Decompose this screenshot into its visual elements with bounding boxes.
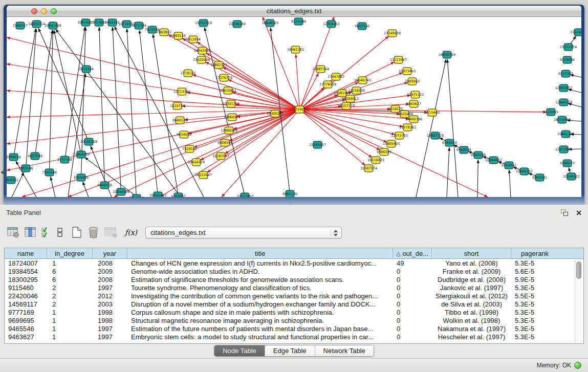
graph-node[interactable]: 16153447 <box>195 171 212 179</box>
window-titlebar[interactable]: citations_edges.txt <box>7 6 581 17</box>
table-cell[interactable]: 0 <box>393 324 432 333</box>
graph-node[interactable]: 9245052 <box>502 162 516 169</box>
table-cell[interactable]: 2 <box>47 283 93 292</box>
scrollbar-thumb[interactable] <box>576 261 581 279</box>
table-cell[interactable]: Estimation of the future numbers of pati… <box>127 324 393 333</box>
graph-node[interactable]: 16592432 <box>149 192 166 197</box>
delete-entry-icon[interactable] <box>88 226 99 238</box>
table-cell[interactable]: 5.3E-5 <box>511 259 558 267</box>
graph-node[interactable]: 16210643 <box>554 116 571 123</box>
table-cell[interactable]: Hescheler et al. (1997) <box>432 333 511 341</box>
table-cell[interactable]: 18300295 <box>5 275 47 283</box>
graph-node[interactable]: 2340557 <box>13 22 28 29</box>
graph-node[interactable]: 12975115 <box>407 91 424 98</box>
table-cell[interactable]: Embryonic stem cells: a model to study s… <box>127 333 393 341</box>
table-settings-icon[interactable] <box>7 227 19 238</box>
table-cell[interactable]: 9699695 <box>5 316 47 324</box>
tab-network-table[interactable]: Network Table <box>315 345 374 356</box>
graph-node[interactable]: 9643508 <box>471 151 486 159</box>
table-cell[interactable]: 1 <box>47 259 93 267</box>
table-cell[interactable]: Tibbo et al. (1998) <box>432 308 511 316</box>
table-cell[interactable]: 0 <box>393 316 432 324</box>
panel-collapse-arrow-icon[interactable] <box>1 170 4 174</box>
table-cell[interactable]: 9465546 <box>5 324 47 333</box>
table-row[interactable]: 946362711997Embryonic stem cells: a mode… <box>5 333 583 341</box>
graph-node[interactable]: 10944562 <box>485 157 502 164</box>
graph-node[interactable]: 10441328 <box>557 130 574 138</box>
graph-node[interactable]: 10973493 <box>399 68 416 75</box>
graph-node[interactable]: 22420046 <box>193 56 210 63</box>
graph-node[interactable]: 1810754 <box>170 102 185 110</box>
graph-node[interactable]: 9463627 <box>406 100 421 107</box>
graph-node[interactable]: 15723318 <box>195 19 212 27</box>
table-cell[interactable]: 2008 <box>93 259 127 267</box>
graph-node[interactable]: 9760852 <box>171 193 186 197</box>
graph-node[interactable]: 8990852 <box>7 177 18 184</box>
graph-node[interactable]: 17248838 <box>384 30 401 37</box>
table-cell[interactable]: 1 <box>47 316 93 324</box>
graph-node[interactable]: 17447842 <box>328 73 344 80</box>
graph-node[interactable]: 9960124 <box>171 32 186 39</box>
table-cell[interactable]: Yano et al. (2008) <box>432 259 511 267</box>
table-cell[interactable]: 2012 <box>93 292 127 300</box>
graph-node[interactable]: 12444129 <box>555 99 572 106</box>
table-cell[interactable]: 5.5E-5 <box>511 292 558 300</box>
table-cell[interactable]: 5.3E-5 <box>511 300 558 308</box>
table-cell[interactable]: Wolkin et al. (1998) <box>432 316 511 324</box>
column-header-pagerank[interactable]: pagerank <box>511 248 558 258</box>
table-cell[interactable]: de Silva et al. (2003) <box>432 300 511 308</box>
row-height-icon[interactable] <box>57 227 63 238</box>
new-table-icon[interactable] <box>71 226 82 238</box>
table-cell[interactable]: Dudbridge et al. (2008) <box>432 275 511 283</box>
table-row[interactable]: 2242004622012Investigating the contribut… <box>5 292 583 300</box>
table-cell[interactable]: Jankovic et al. (1997) <box>432 283 511 292</box>
table-cell[interactable]: 5.3E-5 <box>511 308 558 316</box>
table-row[interactable]: 946554611997Estimation of the future num… <box>5 324 583 333</box>
table-cell[interactable]: 1998 <box>93 316 127 324</box>
graph-node[interactable]: 16157278 <box>338 102 355 110</box>
graph-node[interactable]: 21064289 <box>73 151 90 158</box>
graph-node[interactable]: 10634319 <box>188 159 205 166</box>
graph-node[interactable]: 7485063 <box>405 78 420 85</box>
graph-node[interactable]: 12866529 <box>221 127 237 134</box>
graph-node[interactable]: 16648794 <box>439 51 455 58</box>
table-cell[interactable]: Disruption of a novel member of a sodium… <box>127 300 393 308</box>
table-cell[interactable]: Stergiakouli et al. (2012) <box>432 292 511 300</box>
table-cell[interactable]: Changes of HCN gene expression and I(f) … <box>127 259 393 267</box>
table-cell[interactable]: 5.6E-5 <box>511 267 558 275</box>
table-cell[interactable]: 0 <box>393 275 432 283</box>
graph-node[interactable]: 10527450 <box>236 193 253 197</box>
table-cell[interactable]: Genome-wide association studies in ADHD. <box>127 267 393 275</box>
table-selector-dropdown[interactable]: citations_edges.txt <box>145 227 342 238</box>
table-cell[interactable]: 1997 <box>93 333 127 341</box>
table-cell[interactable]: 9463627 <box>5 333 47 341</box>
column-header-short[interactable]: short <box>432 248 511 258</box>
graph-node[interactable]: 9634508 <box>177 131 191 138</box>
graph-node[interactable]: 14055714 <box>28 20 45 28</box>
minimize-window-button[interactable] <box>41 8 47 14</box>
graph-node[interactable]: 7590248 <box>42 169 57 176</box>
column-header-out_degree[interactable]: △out_de... <box>393 248 432 258</box>
graph-node[interactable]: 22206188 <box>229 20 246 28</box>
table-column-icon[interactable] <box>25 227 36 238</box>
table-cell[interactable]: 9115460 <box>5 283 47 292</box>
graph-node[interactable]: 7754528 <box>129 194 144 197</box>
network-view[interactable]: 2340557140557142069140610653287152760294… <box>7 17 581 197</box>
graph-node[interactable]: 13124814 <box>570 29 581 36</box>
table-cell[interactable]: 49 <box>393 259 432 267</box>
graph-node[interactable]: 12103054 <box>555 146 572 153</box>
graph-node[interactable]: 10587574 <box>360 165 377 172</box>
graph-node[interactable]: 12213967 <box>390 56 407 63</box>
table-cell[interactable]: 5.3E-5 <box>511 316 558 324</box>
table-row[interactable]: 911546021997Tourette syndrome. Phenomeno… <box>5 283 583 292</box>
table-row[interactable]: 1938455462009Genome-wide association stu… <box>5 267 583 275</box>
graph-node[interactable]: 16961265 <box>287 46 304 53</box>
select-columns-icon[interactable] <box>41 227 52 238</box>
table-cell[interactable]: 2 <box>47 300 93 308</box>
table-cell[interactable]: 2008 <box>93 275 127 283</box>
graph-node[interactable]: 8462130 <box>282 190 297 197</box>
graph-node[interactable]: 1527602 <box>92 19 106 26</box>
graph-node[interactable]: 9115460 <box>425 109 440 116</box>
table-cell[interactable]: 2003 <box>93 300 127 308</box>
graph-node[interactable]: 9760273 <box>560 160 575 167</box>
